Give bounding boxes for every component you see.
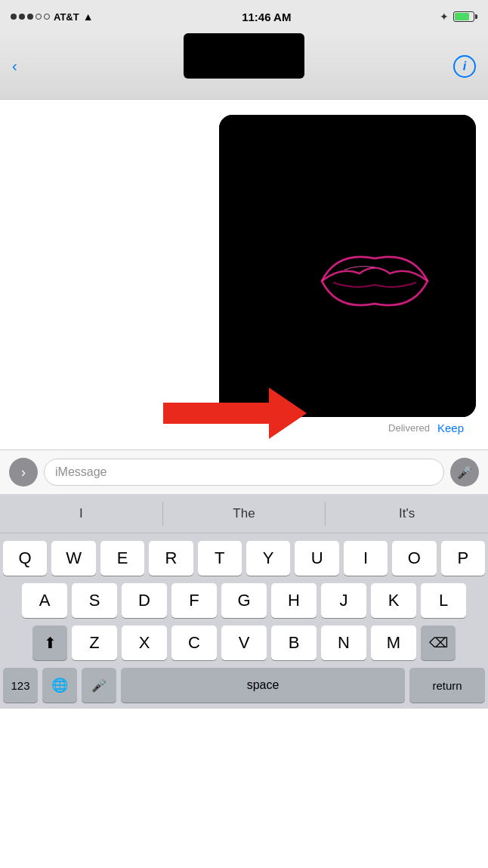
- mic-icon: 🎤: [457, 465, 472, 480]
- keep-button[interactable]: Keep: [437, 422, 464, 434]
- expand-button[interactable]: ›: [9, 458, 38, 487]
- key-g[interactable]: G: [221, 583, 267, 618]
- pred-word-2[interactable]: The: [163, 506, 326, 521]
- signal-dot-4: [36, 14, 42, 20]
- key-y[interactable]: Y: [246, 541, 290, 576]
- chat-area: Delivered Keep: [0, 100, 488, 449]
- status-right: ✦ ⚡: [440, 11, 477, 23]
- space-key[interactable]: space: [121, 668, 405, 703]
- key-row-2: A S D F G H J K L: [3, 583, 485, 618]
- message-input[interactable]: iMessage: [44, 459, 444, 486]
- num-key[interactable]: 123: [3, 668, 38, 703]
- back-button[interactable]: ‹: [12, 57, 17, 75]
- time-label: 11:46 AM: [242, 11, 291, 23]
- delivered-text: Delivered: [388, 422, 430, 434]
- shift-key[interactable]: ⬆: [32, 626, 67, 660]
- key-e[interactable]: E: [100, 541, 144, 576]
- input-bar: › iMessage 🎤: [0, 449, 488, 494]
- battery-indicator: ⚡: [453, 11, 477, 22]
- keyboard: Q W E R T Y U I O P A S D F G H J K L ⬆ …: [0, 533, 488, 709]
- pred-word-3[interactable]: It's: [326, 506, 488, 521]
- nav-bar: ‹ i: [0, 33, 488, 100]
- key-f[interactable]: F: [171, 583, 217, 618]
- arrow-body: [163, 403, 269, 424]
- key-m[interactable]: M: [371, 626, 416, 660]
- expand-icon: ›: [21, 465, 26, 480]
- key-row-4: 123 🌐 🎤 space return: [3, 668, 485, 703]
- info-button[interactable]: i: [453, 55, 476, 78]
- key-k[interactable]: K: [371, 583, 416, 618]
- back-chevron-icon: ‹: [12, 57, 17, 75]
- status-left: AT&T ▲: [11, 11, 94, 23]
- key-a[interactable]: A: [22, 583, 67, 618]
- key-q[interactable]: Q: [3, 541, 47, 576]
- backspace-key[interactable]: ⌫: [421, 626, 456, 660]
- key-z[interactable]: Z: [72, 626, 117, 660]
- key-i[interactable]: I: [344, 541, 388, 576]
- key-d[interactable]: D: [122, 583, 167, 618]
- key-b[interactable]: B: [271, 626, 317, 660]
- message-status-row: Delivered Keep: [12, 417, 476, 442]
- signal-dots: [11, 14, 50, 20]
- predictive-bar: I The It's: [0, 494, 488, 533]
- key-row-3: ⬆ Z X C V B N M ⌫: [3, 626, 485, 660]
- key-u[interactable]: U: [295, 541, 338, 576]
- key-j[interactable]: J: [321, 583, 366, 618]
- battery-tip: [475, 14, 477, 19]
- key-w[interactable]: W: [51, 541, 95, 576]
- bluetooth-icon: ✦: [440, 11, 449, 23]
- key-r[interactable]: R: [149, 541, 193, 576]
- key-l[interactable]: L: [421, 583, 466, 618]
- mic-key[interactable]: 🎤: [82, 668, 116, 703]
- signal-dot-2: [19, 14, 25, 20]
- signal-dot-5: [44, 14, 50, 20]
- key-x[interactable]: X: [122, 626, 167, 660]
- key-h[interactable]: H: [271, 583, 317, 618]
- return-key[interactable]: return: [409, 668, 485, 703]
- input-placeholder: iMessage: [55, 465, 107, 479]
- red-arrow-indicator: [163, 388, 307, 439]
- info-icon: i: [463, 60, 466, 73]
- contact-image[interactable]: [184, 33, 304, 79]
- key-n[interactable]: N: [321, 626, 366, 660]
- battery-body: [453, 11, 474, 22]
- mic-button[interactable]: 🎤: [450, 458, 479, 487]
- key-c[interactable]: C: [171, 626, 217, 660]
- key-s[interactable]: S: [72, 583, 117, 618]
- pred-word-1[interactable]: I: [0, 506, 162, 521]
- key-p[interactable]: P: [441, 541, 485, 576]
- key-t[interactable]: T: [198, 541, 242, 576]
- message-bubble[interactable]: [219, 115, 476, 417]
- lips-drawing: [307, 236, 443, 326]
- carrier-label: AT&T: [54, 11, 79, 23]
- globe-key[interactable]: 🌐: [42, 668, 77, 703]
- battery-fill: [455, 13, 469, 20]
- key-row-1: Q W E R T Y U I O P: [3, 541, 485, 576]
- key-o[interactable]: O: [392, 541, 436, 576]
- key-v[interactable]: V: [221, 626, 267, 660]
- signal-dot-1: [11, 14, 17, 20]
- wifi-icon: ▲: [83, 11, 94, 23]
- signal-dot-3: [27, 14, 33, 20]
- arrow-head: [269, 388, 307, 439]
- status-bar: AT&T ▲ 11:46 AM ✦ ⚡: [0, 0, 488, 33]
- message-image: [219, 115, 476, 417]
